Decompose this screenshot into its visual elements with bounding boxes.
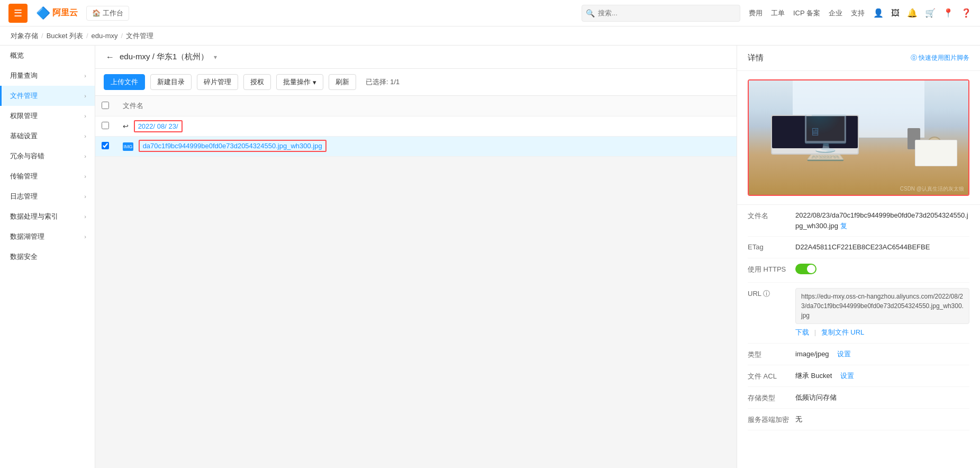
filename-copy-link[interactable]: 复 xyxy=(840,222,847,230)
breadcrumb-sep-2: / xyxy=(86,32,88,40)
image-file-icon: IMG xyxy=(123,142,133,151)
watermark: CSDN @认真生活的灰太狼 xyxy=(900,185,964,193)
acl-value: 继承 Bucket 设置 xyxy=(795,371,969,381)
region-selector[interactable]: ▾ xyxy=(214,53,217,61)
upload-file-button[interactable]: 上传文件 xyxy=(104,74,145,90)
chevron-right-icon-data-processing: › xyxy=(84,213,86,220)
sidebar-item-usage[interactable]: 用量查询 › xyxy=(0,66,95,86)
preview-image-placeholder: 🖥 CSDN @认真生活的灰太狼 xyxy=(749,80,968,195)
url-value: https://edu-mxy.oss-cn-hangzhou.aliyuncs… xyxy=(795,288,969,338)
chevron-right-icon-redundancy: › xyxy=(84,153,86,159)
cart-icon[interactable]: 🛒 xyxy=(925,8,936,18)
selected-info: 已选择: 1/1 xyxy=(366,77,400,87)
acl-set-link[interactable]: 设置 xyxy=(840,372,854,380)
folder-link[interactable]: 2022/ 08/ 23/ xyxy=(134,120,183,132)
detail-row-acl: 文件 ACL 继承 Bucket 设置 xyxy=(748,365,969,387)
logo-icon: 🔷 xyxy=(36,6,50,20)
sidebar-item-file-mgmt[interactable]: 文件管理 › xyxy=(0,86,95,106)
sidebar-label-redundancy: 冗余与容错 xyxy=(10,151,44,161)
workbench-btn[interactable]: 🏠 工作台 xyxy=(86,6,129,21)
nav-item-workorder[interactable]: 工单 xyxy=(771,8,785,18)
detail-fields: 文件名 2022/08/23/da70c1f9bc944999be0fd0e73… xyxy=(737,205,980,430)
help-icon[interactable]: ❓ xyxy=(961,8,972,18)
sidebar-item-transfer-mgmt[interactable]: 传输管理 › xyxy=(0,166,95,186)
new-dir-button[interactable]: 新建目录 xyxy=(150,74,192,90)
hamburger-btn[interactable]: ☰ xyxy=(8,4,28,23)
detail-title: 详情 xyxy=(748,53,764,63)
sidebar-item-perm-mgmt[interactable]: 权限管理 › xyxy=(0,106,95,126)
toolbar: 上传文件 新建目录 碎片管理 授权 批量操作 ▾ 刷新 已选择: 1/1 xyxy=(95,69,737,96)
chevron-right-icon-usage: › xyxy=(84,73,86,79)
acl-label: 文件 ACL xyxy=(748,371,795,381)
sidebar-item-data-security[interactable]: 数据安全 xyxy=(0,247,95,267)
hamburger-icon: ☰ xyxy=(14,7,22,19)
quick-use-link[interactable]: ⓪ 快速使用图片脚务 xyxy=(911,53,969,62)
breadcrumb-sep-1: / xyxy=(41,32,43,40)
sidebar-item-data-processing[interactable]: 数据处理与索引 › xyxy=(0,206,95,227)
storage-value: 低频访问存储 xyxy=(795,392,969,403)
sidebar: 概览 用量查询 › 文件管理 › 权限管理 › 基础设置 › 冗余与容错 › 传… xyxy=(0,46,95,468)
chevron-down-icon: ▾ xyxy=(214,53,217,61)
breadcrumb-item-edu-mxy[interactable]: edu-mxy xyxy=(92,32,118,40)
url-download-link[interactable]: 下载 xyxy=(795,328,809,336)
nav-item-fees[interactable]: 费用 xyxy=(749,8,763,18)
detail-row-filename: 文件名 2022/08/23/da70c1f9bc944999be0fd0e73… xyxy=(748,205,969,237)
nav-item-enterprise[interactable]: 企业 xyxy=(829,8,842,18)
row-icon-placeholder: ↩ xyxy=(123,122,129,130)
type-value: image/jpeg 设置 xyxy=(795,349,969,359)
url-copy-link[interactable]: 复制文件 URL xyxy=(821,328,865,336)
sidebar-item-redundancy[interactable]: 冗余与容错 › xyxy=(0,146,95,166)
bell-icon[interactable]: 🔔 xyxy=(907,8,918,18)
sidebar-item-data-lake[interactable]: 数据湖管理 › xyxy=(0,227,95,247)
page-header: ← edu-mxy / 华东1（杭州） ▾ xyxy=(95,46,737,69)
refresh-button[interactable]: 刷新 xyxy=(329,74,356,90)
table-row: ↩ 2022/ 08/ 23/ xyxy=(95,116,737,137)
main-content: ← edu-mxy / 华东1（杭州） ▾ 上传文件 新建目录 碎片管理 授权 … xyxy=(95,46,737,468)
file-row-name: IMG da70c1f9bc944999be0fd0e73d2054324550… xyxy=(116,137,737,157)
table-row: IMG da70c1f9bc944999be0fd0e73d2054324550… xyxy=(95,137,737,157)
person-icon[interactable]: 👤 xyxy=(873,8,884,18)
select-all-checkbox[interactable] xyxy=(102,102,109,109)
logo-text: 阿里云 xyxy=(52,7,78,19)
detail-row-etag: ETag D22A45811CF221EB8CE23AC6544BEFBE xyxy=(748,237,969,258)
home-icon: 🏠 xyxy=(92,9,101,17)
breadcrumb-item-bucket-list[interactable]: Bucket 列表 xyxy=(47,31,83,41)
sidebar-item-overview[interactable]: 概览 xyxy=(0,46,95,66)
folder-row-checkbox[interactable] xyxy=(102,122,109,129)
fragments-button[interactable]: 碎片管理 xyxy=(197,74,238,90)
chevron-right-icon-perm-mgmt: › xyxy=(84,113,86,119)
preview-image-box: 🖥 CSDN @认真生活的灰太狼 xyxy=(748,79,969,196)
detail-row-storage: 存储类型 低频访问存储 xyxy=(748,387,969,409)
breadcrumb-item-oss[interactable]: 对象存储 xyxy=(11,31,38,41)
type-set-link[interactable]: 设置 xyxy=(837,350,851,358)
server-encrypt-value: 无 xyxy=(795,414,969,425)
sidebar-label-data-lake: 数据湖管理 xyxy=(10,232,44,241)
sidebar-label-data-security: 数据安全 xyxy=(10,252,38,262)
sidebar-label-perm-mgmt: 权限管理 xyxy=(10,111,38,121)
https-toggle-switch[interactable] xyxy=(795,264,816,274)
sidebar-item-basic-settings[interactable]: 基础设置 › xyxy=(0,126,95,146)
server-encrypt-label: 服务器端加密 xyxy=(748,414,795,425)
file-link[interactable]: da70c1f9bc944999be0fd0e73d2054324550.jpg… xyxy=(139,140,326,152)
table-header-filename: 文件名 xyxy=(116,96,737,116)
breadcrumb-sep-3: / xyxy=(121,32,123,40)
breadcrumb-item-file-mgmt: 文件管理 xyxy=(126,31,153,41)
detail-panel: 详情 ⓪ 快速使用图片脚务 🖥 xyxy=(737,46,980,468)
search-input[interactable] xyxy=(582,5,740,22)
image-icon[interactable]: 🖼 xyxy=(891,8,900,18)
file-row-checkbox[interactable] xyxy=(102,142,109,149)
back-button[interactable]: ← xyxy=(106,52,114,62)
sidebar-label-data-processing: 数据处理与索引 xyxy=(10,212,58,221)
file-table: 文件名 ↩ 2022/ 08/ 23/ xyxy=(95,96,737,157)
nav-icons: 👤 🖼 🔔 🛒 📍 ❓ xyxy=(873,8,972,18)
row-checkbox-file xyxy=(95,137,116,157)
search-icon: 🔍 xyxy=(586,9,595,17)
chevron-right-icon-data-lake: › xyxy=(84,233,86,240)
url-sep: | xyxy=(814,328,818,336)
nav-item-support[interactable]: 支持 xyxy=(851,8,865,18)
batch-button[interactable]: 批量操作 ▾ xyxy=(276,74,323,90)
auth-button[interactable]: 授权 xyxy=(243,74,271,90)
sidebar-item-log-mgmt[interactable]: 日志管理 › xyxy=(0,186,95,206)
location-icon[interactable]: 📍 xyxy=(943,8,954,18)
nav-item-icp[interactable]: ICP 备案 xyxy=(793,8,820,18)
